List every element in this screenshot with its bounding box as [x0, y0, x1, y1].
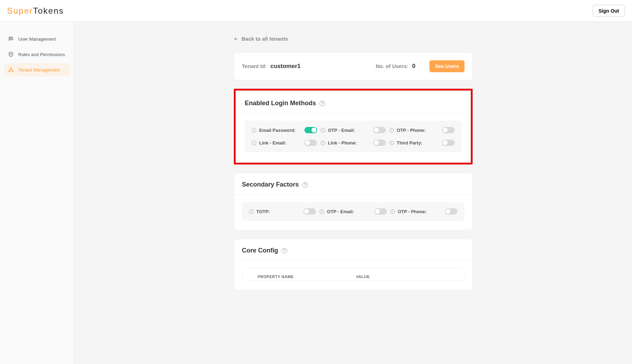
info-icon[interactable]: i	[390, 209, 395, 214]
arrow-left-icon	[234, 36, 239, 41]
login-method-toggle[interactable]	[304, 127, 317, 133]
tenant-users-value: 0	[412, 63, 415, 69]
back-link-label: Back to all tenants	[242, 36, 288, 42]
sitemap-icon	[8, 67, 14, 73]
secondary-factors-title: Secondary Factors	[242, 181, 299, 188]
info-icon[interactable]: i	[321, 128, 325, 133]
tenant-users-block: No. of Users: 0	[376, 63, 415, 70]
sidebar-item-label: User Management	[18, 36, 56, 42]
login-method-label: iOTP - Phone:	[389, 128, 426, 133]
info-icon[interactable]: i	[321, 141, 325, 145]
tenant-users-label: No. of Users:	[376, 63, 408, 69]
toggle-knob	[311, 128, 316, 133]
toggle-knob	[374, 140, 379, 145]
core-config-title: Core Config	[242, 247, 278, 254]
sidebar: User Management Roles and Permissions Te…	[0, 22, 74, 364]
info-icon[interactable]: i	[389, 141, 394, 145]
users-icon	[8, 36, 14, 42]
toggle-knob	[304, 209, 309, 214]
login-method-toggle[interactable]	[373, 140, 386, 146]
login-methods-highlight: Enabled Login Methods ? iEmail Password:…	[234, 89, 473, 164]
help-icon[interactable]: ?	[320, 101, 325, 106]
tenant-id-block: Tenant Id: customer1	[242, 63, 301, 70]
info-icon[interactable]: i	[249, 209, 254, 214]
svg-point-0	[9, 37, 11, 39]
login-method-row: iThird Party:	[389, 140, 455, 146]
login-method-label-text: Link - Email:	[259, 140, 286, 146]
svg-point-4	[9, 71, 10, 72]
toggle-knob	[446, 209, 450, 214]
toggle-knob	[443, 140, 448, 145]
info-icon[interactable]: i	[252, 128, 256, 133]
login-method-label: iEmail Password:	[252, 128, 296, 133]
tenant-id-value: customer1	[270, 63, 301, 69]
secondary-factor-label: iOTP - Phone:	[390, 209, 427, 214]
login-method-row: iEmail Password:	[252, 127, 317, 133]
login-method-row: iLink - Phone:	[321, 140, 386, 146]
login-method-label: iLink - Email:	[252, 140, 286, 146]
secondary-factor-toggle[interactable]	[374, 208, 387, 215]
sidebar-item-user-management[interactable]: User Management	[4, 32, 70, 46]
info-icon[interactable]: i	[252, 141, 256, 145]
secondary-factor-toggle[interactable]	[445, 208, 457, 215]
login-method-label: iLink - Phone:	[321, 140, 357, 146]
config-col-name: PROPERTY NAME	[258, 275, 356, 279]
login-method-label-text: Email Password:	[259, 128, 296, 133]
login-method-toggle[interactable]	[442, 127, 455, 133]
login-methods-card: Enabled Login Methods ? iEmail Password:…	[237, 92, 469, 161]
toggle-knob	[443, 128, 448, 133]
secondary-factor-row: iOTP - Email:	[320, 208, 387, 215]
sidebar-item-label: Roles and Permissions	[18, 52, 65, 57]
svg-point-5	[12, 71, 13, 72]
sidebar-item-roles[interactable]: Roles and Permissions	[4, 48, 70, 61]
toggle-knob	[305, 140, 310, 145]
help-icon[interactable]: ?	[302, 182, 308, 188]
secondary-factor-toggle[interactable]	[303, 208, 316, 215]
secondary-factor-label: iOTP - Email:	[320, 209, 354, 214]
svg-point-3	[11, 67, 12, 68]
secondary-factor-row: iTOTP:	[249, 208, 316, 215]
login-method-toggle[interactable]	[304, 140, 317, 146]
toggle-knob	[375, 209, 380, 214]
sidebar-item-label: Tenant Management	[18, 67, 60, 73]
shield-icon	[8, 51, 14, 58]
info-icon[interactable]: i	[320, 209, 324, 214]
login-method-row: iOTP - Email:	[321, 127, 386, 133]
login-method-label-text: OTP - Email:	[328, 128, 355, 133]
sidebar-item-tenant-management[interactable]: Tenant Management	[4, 63, 70, 76]
back-to-tenants-link[interactable]: Back to all tenants	[234, 36, 473, 42]
info-icon[interactable]: i	[389, 128, 394, 133]
tenant-id-label: Tenant Id:	[242, 63, 267, 69]
login-method-row: iOTP - Phone:	[389, 127, 455, 133]
login-method-toggle[interactable]	[373, 127, 386, 133]
login-method-label-text: Link - Phone:	[328, 140, 357, 146]
help-icon[interactable]: ?	[282, 248, 287, 254]
login-method-label: iOTP - Email:	[321, 128, 355, 133]
toggle-knob	[374, 128, 379, 133]
core-config-table: PROPERTY NAME VALUE	[242, 268, 465, 281]
tenant-summary-card: Tenant Id: customer1 No. of Users: 0 See…	[234, 52, 473, 80]
login-method-toggle[interactable]	[442, 140, 455, 146]
core-config-card: Core Config ? PROPERTY NAME VALUE	[234, 239, 473, 290]
login-methods-grid: iEmail Password:iOTP - Email:iOTP - Phon…	[245, 121, 462, 152]
login-methods-title: Enabled Login Methods	[245, 100, 316, 107]
secondary-factor-label-text: OTP - Email:	[327, 209, 354, 214]
secondary-factor-row: iOTP - Phone:	[390, 208, 457, 215]
login-method-label: iThird Party:	[389, 140, 422, 146]
signout-button[interactable]: Sign Out	[593, 5, 625, 17]
secondary-factors-grid: iTOTP:iOTP - Email:iOTP - Phone:	[242, 202, 465, 221]
config-col-value: VALUE	[356, 275, 449, 279]
logo: SuperTokens	[7, 6, 64, 16]
secondary-factor-label: iTOTP:	[249, 209, 270, 214]
svg-point-2	[11, 54, 11, 54]
svg-point-1	[11, 37, 12, 38]
app-header: SuperTokens Sign Out	[0, 0, 632, 22]
login-method-row: iLink - Email:	[252, 140, 317, 146]
secondary-factor-label-text: OTP - Phone:	[398, 209, 427, 214]
login-method-label-text: Third Party:	[397, 140, 422, 146]
secondary-factor-label-text: TOTP:	[256, 209, 270, 214]
secondary-factors-card: Secondary Factors ? iTOTP:iOTP - Email:i…	[234, 173, 473, 230]
see-users-button[interactable]: See Users	[429, 60, 465, 72]
logo-super: Super	[7, 6, 33, 15]
logo-tokens: Tokens	[33, 6, 64, 15]
